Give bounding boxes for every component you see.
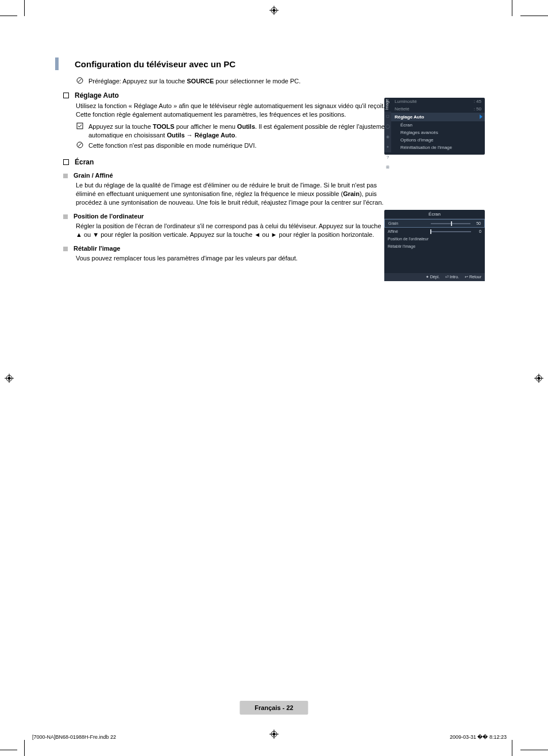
tools-icon [76, 122, 84, 131]
osd2-row-retablir: Rétablir l'image [384, 243, 485, 250]
subheading-reglage-auto: Réglage Auto [75, 91, 119, 99]
doc-footer-right: 2009-03-31 �� 8:12:23 [450, 734, 507, 740]
retablir-heading: Rétablir l'image [74, 245, 120, 252]
crop-mark [24, 0, 25, 16]
gray-bullet-icon [63, 247, 68, 251]
section-title: Configuration du téléviseur avec un PC [75, 59, 236, 69]
osd-side-icon: ◉ [386, 135, 389, 139]
preset-text: Préréglage: Appuyez sur la touche SOURCE… [88, 77, 300, 86]
grain-body: Le but du réglage de la qualité de l'ima… [76, 181, 386, 207]
osd2-row-position: Position de l'ordinateur [384, 235, 485, 243]
osd-side-icon: ✦ [386, 145, 389, 149]
title-bullet [55, 57, 59, 70]
subsection-ecran: Écran [63, 158, 485, 166]
slider [430, 231, 471, 232]
crop-mark [0, 16, 17, 16]
registration-mark-icon [5, 374, 14, 383]
osd2-return-hint: ↩ Retour [465, 275, 481, 279]
dvi-text: Cette fonction n'est pas disponible en m… [88, 141, 257, 150]
page-number-badge: Français - 22 [240, 701, 308, 715]
position-heading: Position de l'ordinateur [74, 213, 144, 220]
crop-mark [0, 750, 17, 750]
osd-row-nettete: Netteté : 50 [391, 105, 485, 113]
osd-side-icon: ? [387, 155, 389, 159]
svg-point-7 [8, 377, 11, 379]
svg-point-11 [538, 377, 541, 379]
subheading-ecran: Écran [75, 158, 94, 166]
osd2-footer: ✦ Dépl. ⏎ Intro. ↩ Retour [384, 273, 485, 281]
reglage-auto-body: Utilisez la fonction « Réglage Auto » af… [76, 102, 386, 119]
osd-selected-reglage-auto: Réglage Auto [391, 113, 485, 121]
crop-mark [24, 740, 25, 756]
osd-row-luminosite: Luminosité : 45 [391, 98, 485, 105]
retablir-body: Vous pouvez remplacer tous les paramètre… [76, 254, 386, 263]
svg-line-20 [78, 143, 82, 147]
document-footer: [7000-NA]BN68-01988H-Fre.indb 22 2009-03… [32, 734, 507, 740]
subitem-grain: Grain / Affiné [63, 172, 485, 179]
note-icon [76, 141, 84, 150]
gray-bullet-icon [63, 174, 68, 178]
osd2-enter-hint: ⏎ Intro. [445, 275, 459, 279]
crop-mark [520, 750, 548, 750]
registration-mark-icon [534, 374, 543, 383]
osd-item-reinitialisation: Réinitialisation de l'image [391, 144, 485, 151]
preset-note: Préréglage: Appuyez sur la touche SOURCE… [76, 77, 485, 86]
svg-point-3 [273, 9, 276, 12]
grain-heading: Grain / Affiné [74, 172, 113, 179]
osd-side-icon: ⊞ [386, 165, 389, 170]
osd-image-menu: Image ◻ ◯ ◉ ✦ ? ⊞ Luminosité : 45 Nettet… [384, 98, 485, 155]
svg-rect-18 [77, 123, 83, 129]
svg-line-17 [78, 79, 82, 82]
square-bullet-icon [63, 93, 69, 98]
osd-side-icon: ◯ [385, 124, 390, 129]
osd2-title: Écran [384, 210, 485, 219]
osd2-row-affine: Affiné 0 [384, 228, 485, 235]
gray-bullet-icon [63, 214, 68, 219]
doc-footer-left: [7000-NA]BN68-01988H-Fre.indb 22 [32, 734, 116, 740]
osd2-row-grain: Grain 50 [384, 219, 485, 228]
registration-mark-icon [269, 6, 279, 15]
crop-mark [512, 0, 512, 16]
osd-item-reglages-avances: Réglages avancés [391, 129, 485, 136]
osd2-move-hint: ✦ Dépl. [426, 275, 439, 279]
tools-text: Appuyez sur la touche TOOLS pour affiche… [88, 122, 399, 140]
note-icon [76, 77, 84, 86]
section-title-bar: Configuration du téléviseur avec un PC [55, 57, 485, 70]
osd-side-label: Image [385, 99, 389, 110]
crop-mark [512, 740, 512, 756]
position-body: Régler la position de l'écran de l'ordin… [76, 222, 386, 239]
osd-side-strip: ◻ ◯ ◉ ✦ ? ⊞ [384, 112, 391, 152]
osd-side-icon: ◻ [386, 114, 389, 118]
crop-mark [520, 16, 548, 16]
slider [431, 223, 470, 224]
chevron-right-icon [480, 114, 483, 119]
osd-item-ecran: Écran [391, 121, 485, 129]
osd-ecran-menu: Écran Grain 50 Affiné 0 Position de l'or… [384, 210, 485, 281]
square-bullet-icon [63, 159, 69, 165]
osd-item-options-image: Options d'image [391, 136, 485, 144]
